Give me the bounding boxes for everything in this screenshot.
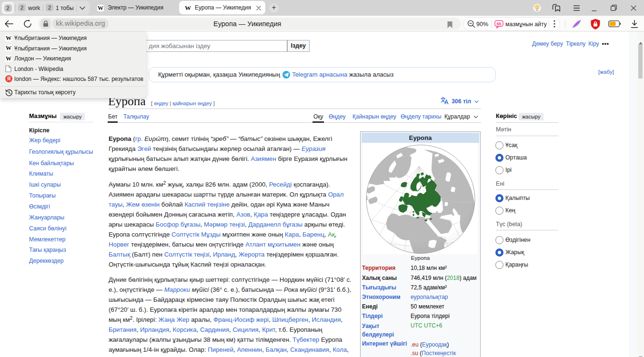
svg-text:66: 66 [496,21,501,26]
svg-text:Я: Я [7,76,10,81]
